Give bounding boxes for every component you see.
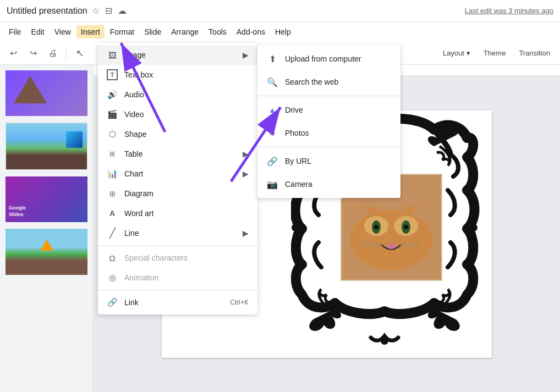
menu-item-wordart[interactable]: A Word art [98, 203, 257, 223]
menu-file[interactable]: File [4, 25, 26, 38]
submenu-by-url[interactable]: 🔗 By URL [257, 150, 400, 173]
submenu-camera[interactable]: 📷 Camera [257, 173, 400, 196]
submenu-drive[interactable]: ▲ Drive [257, 98, 400, 122]
image-submenu: ⬆ Upload from computer 🔍 Search the web … [257, 45, 400, 198]
chart-icon: 📊 [107, 168, 118, 179]
menu-item-shape[interactable]: ⬡ Shape [98, 124, 257, 144]
menu-slide[interactable]: Slide [140, 25, 166, 38]
search-web-label: Search the web [285, 78, 338, 86]
chart-arrow-icon: ▶ [243, 169, 249, 178]
svg-point-25 [292, 224, 299, 231]
presentation-title[interactable]: Untitled presentation [7, 6, 87, 16]
folder-icon[interactable]: ⊟ [105, 5, 112, 16]
menu-help[interactable]: Help [271, 25, 295, 38]
svg-point-24 [381, 337, 388, 345]
wordart-label: Word art [124, 209, 153, 218]
menu-addons[interactable]: Add-ons [232, 25, 270, 38]
chart-label: Chart [124, 169, 143, 178]
camera-label: Camera [285, 180, 312, 189]
menu-tools[interactable]: Tools [204, 25, 231, 38]
svg-point-14 [374, 225, 378, 229]
table-arrow-icon: ▶ [243, 150, 249, 158]
audio-icon: 🔊 [107, 89, 118, 100]
image-icon: 🖼 [107, 49, 118, 60]
menu-item-table[interactable]: ⊞ Table ▶ [98, 144, 257, 164]
menu-insert[interactable]: Insert [76, 25, 105, 38]
shape-label: Shape [124, 130, 146, 139]
layout-button[interactable]: Layout [437, 47, 476, 59]
textbox-label: Text box [124, 70, 153, 79]
menu-item-image[interactable]: 🖼 Image ▶ ⬆ Upload from computer 🔍 Searc… [98, 45, 257, 65]
svg-point-9 [350, 209, 432, 270]
submenu-sep1 [257, 96, 400, 96]
menu-item-line[interactable]: ╱ Line ▶ [98, 223, 257, 243]
line-icon: ╱ [107, 228, 118, 239]
menu-item-special-chars: Ω Special characters [98, 248, 257, 268]
menu-item-animation: ◎ Animation [98, 268, 257, 288]
upload-icon: ⬆ [266, 53, 278, 65]
diagram-label: Diagram [124, 189, 153, 198]
line-label: Line [124, 229, 139, 238]
photos-icon: ❋ [266, 127, 278, 139]
svg-point-15 [404, 225, 408, 229]
special-chars-label: Special characters [124, 253, 188, 262]
link-label: Link [124, 298, 139, 307]
diagram-icon: ⊞ [107, 188, 118, 199]
print-button[interactable]: 🖨 [44, 45, 62, 62]
slide-4-content [6, 229, 87, 274]
menu-bar: File Edit View Insert Format Slide Arran… [0, 22, 560, 42]
menu-item-audio[interactable]: 🔊 Audio [98, 85, 257, 104]
textbox-icon: T [107, 69, 118, 80]
special-chars-icon: Ω [107, 252, 118, 263]
cloud-icon[interactable]: ☁ [118, 5, 127, 16]
theme-button[interactable]: Theme [478, 47, 511, 59]
submenu-sep2 [257, 147, 400, 147]
svg-point-16 [387, 244, 396, 249]
cursor-button[interactable]: ↖ [71, 45, 89, 62]
audio-label: Audio [124, 90, 144, 99]
star-icon[interactable]: ☆ [92, 5, 100, 16]
photos-label: Photos [285, 129, 309, 137]
menu-item-textbox[interactable]: T Text box [98, 65, 257, 85]
search-web-icon: 🔍 [266, 76, 278, 88]
shape-icon: ⬡ [107, 129, 118, 140]
undo-button[interactable]: ↩ [4, 45, 22, 62]
menu-item-diagram[interactable]: ⊞ Diagram [98, 184, 257, 203]
slide-1-content [6, 70, 87, 116]
upload-label: Upload from computer [285, 54, 361, 63]
menu-edit[interactable]: Edit [27, 25, 49, 38]
wordart-icon: A [107, 208, 118, 219]
video-label: Video [124, 110, 144, 119]
table-label: Table [124, 150, 142, 158]
last-edit-label: Last edit was 3 minutes ago [465, 7, 553, 15]
animation-label: Animation [124, 273, 158, 282]
slide-thumbnail-3[interactable]: GoogleSlides [4, 175, 89, 223]
video-icon: 🎬 [107, 109, 118, 120]
slide-thumbnail-4[interactable] [4, 228, 89, 275]
line-arrow-icon: ▶ [243, 229, 249, 238]
transition-button[interactable]: Transition [513, 47, 556, 59]
slide-thumbnail-1[interactable] [4, 69, 89, 117]
redo-button[interactable]: ↪ [24, 45, 42, 62]
toolbar-sep1 [66, 47, 67, 60]
submenu-photos[interactable]: ❋ Photos [257, 122, 400, 145]
slide-thumbnail-2[interactable] [4, 122, 89, 170]
camera-icon: 📷 [266, 178, 278, 190]
title-bar: Untitled presentation ☆ ⊟ ☁ Last edit wa… [0, 0, 560, 22]
toolbar-right: Layout Theme Transition [437, 47, 556, 59]
menu-format[interactable]: Format [106, 25, 139, 38]
menu-item-chart[interactable]: 📊 Chart ▶ [98, 164, 257, 184]
menu-item-video[interactable]: 🎬 Video [98, 104, 257, 124]
url-icon: 🔗 [266, 155, 278, 167]
title-icons: ☆ ⊟ ☁ [92, 5, 127, 16]
slide-2-content [6, 123, 87, 169]
slide-panel: GoogleSlides [0, 65, 94, 392]
image-arrow-icon: ▶ [243, 51, 249, 59]
menu-view[interactable]: View [50, 25, 75, 38]
submenu-upload[interactable]: ⬆ Upload from computer [257, 47, 400, 70]
animation-icon: ◎ [107, 272, 118, 283]
by-url-label: By URL [285, 157, 311, 165]
menu-item-link[interactable]: 🔗 Link Ctrl+K [98, 292, 257, 312]
menu-arrange[interactable]: Arrange [167, 25, 203, 38]
submenu-search-web[interactable]: 🔍 Search the web [257, 70, 400, 93]
